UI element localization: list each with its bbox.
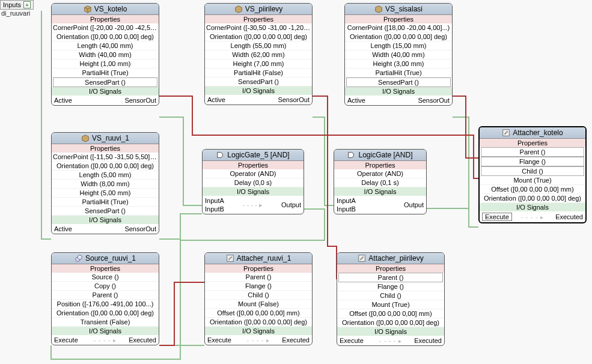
prop-row: Orientation ([0,00 0,00 0,00] deg): [52, 309, 159, 318]
prop-row: Height (7,00 mm): [205, 59, 312, 68]
node-attacher-ruuvi-1[interactable]: Attacher_ruuvi_1 Properties Parent () Fl…: [204, 252, 313, 345]
title-text: LogicGate_5 [AND]: [227, 151, 289, 159]
port-inputB[interactable]: InputB: [205, 205, 224, 213]
port-inputB[interactable]: InputB: [337, 205, 356, 213]
prop-row: Operator (AND): [203, 169, 304, 178]
node-source-ruuvi-1[interactable]: Source_ruuvi_1 Properties Source () Copy…: [51, 252, 159, 345]
properties-header: Properties: [480, 139, 585, 147]
io-row: Execute - - - - ▸ Executed: [337, 336, 444, 345]
port-inputA[interactable]: InputA: [337, 197, 356, 204]
source-icon: [75, 254, 83, 262]
svg-marker-5: [376, 6, 382, 13]
prop-row: CornerPoint ([-30,50 -31,00 -1,20...): [205, 23, 312, 32]
io-row: Active SensorOut: [52, 224, 159, 234]
add-input-button[interactable]: +: [23, 1, 31, 8]
prop-row: Width (62,00 mm): [205, 50, 312, 59]
prop-row: Child (): [337, 291, 444, 300]
io-row: Active SensorOut: [205, 95, 312, 105]
port-sensorout[interactable]: SensorOut: [278, 96, 310, 103]
port-active[interactable]: Active: [347, 97, 365, 104]
title-text: Source_ruuvi_1: [85, 254, 136, 262]
prop-row: Delay (0,0 s): [203, 178, 304, 187]
prop-row: Orientation ([0,00 0,00 0,00] deg): [205, 318, 312, 327]
prop-row: Mount (True): [480, 176, 585, 185]
prop-row: Offset ([0,00 0,00 0,00] mm): [205, 309, 312, 318]
child-field[interactable]: Child (): [481, 166, 584, 176]
prop-row: Height (3,00 mm): [345, 59, 452, 68]
port-active[interactable]: Active: [207, 96, 225, 103]
inputs-panel: Inputs +: [0, 0, 34, 10]
properties-header: Properties: [203, 161, 304, 169]
title-text: Attacher_piirilevy: [368, 254, 423, 262]
box-icon: [84, 5, 92, 13]
port-execute[interactable]: Execute: [54, 336, 78, 344]
io-header: I/O Signals: [205, 86, 312, 95]
node-title: VS_piirilevy: [205, 4, 312, 15]
port-output[interactable]: Output: [281, 201, 301, 208]
port-execute[interactable]: Execute: [482, 213, 512, 221]
prop-row: Position ([-176,00 -491,00 100...): [52, 300, 159, 309]
node-logicgate[interactable]: LogicGate [AND] Properties Operator (AND…: [334, 149, 427, 214]
node-title: Source_ruuvi_1: [52, 253, 159, 264]
node-vs-ruuvi-1[interactable]: VS_ruuvi_1 Properties CornerPoint ([-11,…: [51, 132, 159, 234]
parent-field[interactable]: Parent (): [338, 273, 443, 282]
prop-row: Width (40,00 mm): [52, 50, 159, 59]
title-text: LogicGate [AND]: [358, 151, 412, 159]
prop-row: Width (8,00 mm): [52, 180, 159, 189]
node-vs-piirilevy[interactable]: VS_piirilevy Properties CornerPoint ([-3…: [204, 3, 313, 105]
inputs-label: Inputs: [3, 1, 21, 8]
prop-row: Operator (AND): [334, 169, 426, 178]
properties-header: Properties: [52, 144, 159, 153]
properties-header: Properties: [337, 264, 444, 273]
port-sensorout[interactable]: SensorOut: [124, 225, 156, 232]
io-header: I/O Signals: [480, 203, 585, 211]
port-active[interactable]: Active: [54, 225, 72, 232]
title-text: VS_kotelo: [94, 5, 127, 13]
prop-row: Height (5,00 mm): [52, 189, 159, 198]
port-sensorout[interactable]: SensorOut: [124, 97, 156, 104]
flange-field[interactable]: Flange (): [481, 157, 584, 166]
prop-row: Length (55,00 mm): [205, 41, 312, 50]
svg-marker-6: [82, 135, 89, 142]
node-attacher-piirilevy[interactable]: Attacher_piirilevy Properties Parent () …: [337, 252, 445, 346]
prop-row: Parent (): [205, 273, 312, 282]
prop-row: Source (): [52, 273, 159, 282]
io-row: Execute - - - - ▸ Executed: [480, 211, 585, 222]
title-text: Attacher_ruuvi_1: [237, 254, 291, 262]
node-vs-sisalasi[interactable]: VS_sisalasi Properties CornerPoint ([18,…: [344, 3, 453, 106]
properties-header: Properties: [334, 161, 426, 169]
prop-row: Flange (): [337, 282, 444, 291]
io-header: I/O Signals: [345, 87, 452, 96]
node-logicgate-5[interactable]: LogicGate_5 [AND] Properties Operator (A…: [202, 149, 304, 214]
prop-row: Height (1,00 mm): [52, 59, 159, 68]
prop-row: Delay (0,1 s): [334, 178, 426, 187]
port-executed[interactable]: Executed: [282, 336, 310, 344]
port-execute[interactable]: Execute: [207, 336, 231, 344]
port-active[interactable]: Active: [54, 97, 72, 104]
prop-row: Orientation ([0,00 0,00 0,00] deg): [52, 162, 159, 171]
prop-row: Child (): [205, 291, 312, 300]
port-executed[interactable]: Executed: [555, 213, 583, 220]
port-executed[interactable]: Executed: [414, 337, 442, 344]
svg-point-9: [78, 255, 82, 259]
prop-row: Mount (True): [337, 300, 444, 309]
node-attacher-kotelo[interactable]: Attacher_kotelo Properties Parent () Fla…: [478, 126, 587, 223]
prop-row: Length (40,00 mm): [52, 41, 159, 50]
port-execute[interactable]: Execute: [340, 337, 364, 344]
port-sensorout[interactable]: SensorOut: [418, 97, 450, 104]
port-output[interactable]: Output: [404, 201, 424, 208]
node-title: LogicGate_5 [AND]: [203, 150, 304, 161]
port-executed[interactable]: Executed: [129, 336, 156, 344]
port-inputA[interactable]: InputA: [205, 197, 224, 204]
node-vs-kotelo[interactable]: VS_kotelo Properties CornerPoint ([-20,0…: [51, 3, 159, 106]
sensed-part-field[interactable]: SensedPart (): [53, 77, 157, 87]
io-row: Execute - - - - ▸ Executed: [52, 335, 159, 345]
io-row: Active SensorOut: [345, 96, 452, 105]
sensed-part-field[interactable]: SensedPart (): [346, 77, 451, 87]
prop-row: Flange (): [205, 282, 312, 291]
inputs-list: di_ruuvari: [1, 10, 30, 17]
arrow-icon: - - - - ▸: [521, 214, 544, 220]
prop-row: Orientation ([0,00 0,00 0,00] deg): [52, 32, 159, 41]
input-item[interactable]: di_ruuvari: [1, 10, 30, 17]
parent-field[interactable]: Parent (): [481, 147, 584, 157]
